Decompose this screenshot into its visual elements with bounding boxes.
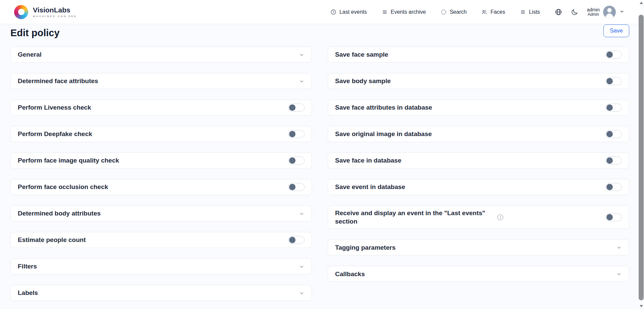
theme-toggle-button[interactable] — [571, 8, 578, 16]
panel-label: Perform face occlusion check — [18, 183, 108, 191]
title-bar: Edit policy Save — [0, 24, 644, 39]
left-column: General Determined face attributes Perfo… — [10, 47, 312, 301]
visionlabs-logo-icon — [14, 5, 28, 19]
panel-label: Save event in database — [335, 183, 405, 191]
toggle-knob — [289, 105, 296, 111]
panel-filters[interactable]: Filters — [10, 258, 312, 274]
toggle-switch[interactable] — [288, 183, 305, 191]
toggle-switch[interactable] — [288, 236, 305, 244]
panel-labels[interactable]: Labels — [10, 285, 312, 301]
brand-name: VisionLabs — [33, 6, 77, 13]
panel-save-event-in-database[interactable]: Save event in database — [328, 179, 629, 195]
nav-item-lists[interactable]: Lists — [520, 9, 540, 15]
toggle-switch[interactable] — [605, 77, 622, 85]
panel-save-body-sample[interactable]: Save body sample — [328, 73, 629, 89]
user-menu[interactable]: admin Admin — [587, 6, 625, 18]
chevron-down-icon — [299, 52, 305, 58]
user-name: admin — [587, 7, 600, 12]
toggle-switch[interactable] — [605, 213, 622, 221]
toggle-switch[interactable] — [288, 130, 305, 138]
nav-item-events-archive[interactable]: Events archive — [382, 9, 426, 15]
panel-save-face-sample[interactable]: Save face sample — [328, 47, 629, 63]
panel-label: Estimate people count — [18, 236, 86, 244]
chevron-down-icon — [616, 271, 622, 277]
nav-item-search[interactable]: Search — [441, 9, 467, 15]
nav-item-faces[interactable]: Faces — [481, 9, 505, 15]
toggle-knob — [606, 214, 613, 221]
toggle-knob — [289, 131, 296, 137]
list-icon — [520, 9, 526, 15]
panel-label: Perform face image quality check — [18, 156, 119, 165]
panel-label: Receive and display an event in the "Las… — [335, 209, 493, 226]
toggle-knob — [606, 78, 613, 84]
top-bar: VisionLabs MACHINES CAN SEE Last events … — [0, 0, 644, 24]
avatar[interactable] — [603, 6, 616, 18]
panel-label: Determined body attributes — [18, 209, 101, 218]
info-icon[interactable]: i — [497, 214, 503, 220]
chevron-down-icon — [299, 78, 305, 84]
toggle-switch[interactable] — [605, 104, 622, 112]
panel-tagging-parameters[interactable]: Tagging parameters — [328, 239, 629, 255]
panel-estimate-people-count[interactable]: Estimate people count — [10, 232, 312, 248]
toggle-switch[interactable] — [605, 130, 622, 138]
nav-item-label: Last events — [339, 9, 367, 15]
chevron-down-icon — [299, 264, 305, 269]
toggle-switch[interactable] — [605, 51, 622, 59]
user-role: Admin — [587, 12, 600, 17]
chevron-down-icon — [619, 9, 625, 15]
chevron-down-icon — [299, 290, 305, 296]
panel-label: Save original image in database — [335, 130, 432, 138]
panel-determined-body-attributes[interactable]: Determined body attributes — [10, 205, 312, 222]
scrollbar[interactable] — [638, 0, 644, 309]
clock-icon — [330, 9, 336, 15]
toggle-knob — [606, 184, 613, 190]
panel-save-face-attributes-in-database[interactable]: Save face attributes in database — [328, 100, 629, 116]
toggle-knob — [289, 184, 296, 190]
panel-perform-face-image-quality-check[interactable]: Perform face image quality check — [10, 152, 312, 169]
toggle-knob — [606, 158, 613, 164]
panel-label: Determined face attributes — [18, 77, 98, 85]
nav-item-last-events[interactable]: Last events — [330, 9, 367, 15]
panel-save-original-image-in-database[interactable]: Save original image in database — [328, 126, 629, 142]
nav-item-label: Search — [450, 9, 467, 15]
toggle-switch[interactable] — [288, 104, 305, 112]
language-button[interactable] — [555, 8, 562, 16]
globe-icon — [555, 8, 562, 16]
right-column: Save face sample Save body sample Save f… — [328, 47, 629, 301]
toggle-knob — [289, 237, 296, 243]
panel-label: Callbacks — [335, 270, 365, 278]
panel-label: Perform Liveness check — [18, 103, 91, 112]
panel-general[interactable]: General — [10, 47, 312, 63]
panel-label: Labels — [18, 289, 38, 297]
main-nav: Last events Events archive Search Faces … — [330, 9, 540, 15]
toggle-switch[interactable] — [605, 183, 622, 191]
panel-label: Save face in database — [335, 156, 401, 165]
nav-item-label: Events archive — [391, 9, 426, 15]
panel-perform-liveness-check[interactable]: Perform Liveness check — [10, 100, 312, 116]
toggle-knob — [606, 131, 613, 137]
list-icon — [382, 9, 388, 15]
panel-perform-deepfake-check[interactable]: Perform Deepfake check — [10, 126, 312, 142]
panel-label: Tagging parameters — [335, 243, 395, 252]
policy-panels: General Determined face attributes Perfo… — [0, 39, 644, 301]
scrollbar-down-arrow-icon[interactable] — [640, 305, 643, 307]
toggle-switch[interactable] — [605, 157, 622, 165]
panel-determined-face-attributes[interactable]: Determined face attributes — [10, 73, 312, 89]
moon-icon — [571, 8, 578, 16]
chevron-down-icon — [616, 245, 622, 250]
nav-item-label: Lists — [529, 9, 540, 15]
toggle-knob — [606, 105, 613, 111]
save-button[interactable]: Save — [603, 24, 629, 37]
scrollbar-up-arrow-icon[interactable] — [640, 2, 643, 4]
panel-callbacks[interactable]: Callbacks — [328, 266, 629, 282]
panel-save-face-in-database[interactable]: Save face in database — [328, 152, 629, 169]
scrollbar-thumb[interactable] — [639, 15, 644, 300]
nav-item-label: Faces — [490, 9, 505, 15]
toggle-switch[interactable] — [288, 157, 305, 165]
panel-receive-and-display-an-event-in-the-last-events-section[interactable]: Receive and display an event in the "Las… — [328, 205, 629, 229]
visionlabs-logo: VisionLabs MACHINES CAN SEE — [14, 5, 77, 19]
panel-label: Save body sample — [335, 77, 391, 85]
page-title: Edit policy — [10, 27, 60, 39]
toggle-knob — [289, 158, 296, 164]
panel-perform-face-occlusion-check[interactable]: Perform face occlusion check — [10, 179, 312, 195]
